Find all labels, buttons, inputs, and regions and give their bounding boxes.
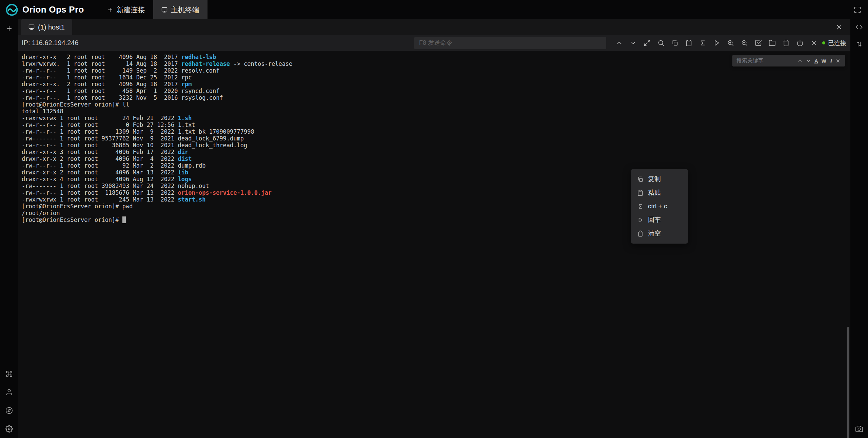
command-palette-button[interactable] (5, 370, 13, 378)
terminal-line: drwxr-xr-x 2 root root 4096 Mar 13 2022 … (22, 169, 850, 176)
copy-icon (671, 39, 678, 46)
settings-button[interactable] (5, 425, 13, 433)
left-sidebar-bottom (5, 370, 13, 433)
regex-button[interactable]: I (828, 57, 834, 64)
top-bar-right (852, 5, 868, 15)
user-button[interactable] (5, 388, 13, 396)
terminal-line: lrwxrwxrwx. 1 root root 14 Aug 18 2017 r… (22, 60, 850, 67)
search-icon (657, 39, 665, 46)
terminal-line: total 132548 (22, 108, 850, 115)
power-icon (796, 39, 804, 46)
menu-new-connection[interactable]: 新建连接 (99, 0, 153, 19)
paste-button[interactable] (685, 39, 693, 47)
chevron-down-icon (806, 58, 811, 63)
terminal-line: -rwxrwxrwx 1 root root 245 Mar 13 2022 s… (22, 196, 850, 203)
context-menu-enter[interactable]: 回车 (631, 213, 688, 227)
tab-host1[interactable]: (1) host1 (21, 19, 72, 35)
fullscreen-icon (854, 6, 861, 14)
plus-icon (107, 7, 113, 13)
context-menu: 复制 粘贴 ctrl + c 回车 (631, 169, 688, 244)
search-keyword-input[interactable] (736, 58, 796, 64)
compass-icon (5, 407, 13, 414)
scroll-up-button[interactable] (615, 39, 624, 47)
terminal[interactable]: drwxr-xr-x 2 root root 4096 Aug 18 2017 … (18, 51, 850, 438)
camera-icon (855, 425, 863, 433)
copy-icon (637, 176, 644, 183)
tab-bar: (1) host1 (18, 19, 850, 35)
context-menu-copy[interactable]: 复制 (631, 172, 688, 186)
code-view-button[interactable] (855, 23, 863, 31)
confirm-command-button[interactable] (754, 39, 763, 47)
search-button[interactable] (657, 39, 665, 47)
paste-icon (637, 190, 644, 196)
code-icon (855, 23, 863, 31)
app-title: Orion Ops Pro (22, 4, 84, 15)
terminal-line: -rw-r--r--. 1 root root 3232 Nov 5 2016 … (22, 94, 850, 101)
search-prev-button[interactable] (796, 57, 804, 64)
terminal-line: drwxr-xr-x 2 root root 4096 Mar 4 2022 d… (22, 155, 850, 162)
plus-icon (5, 25, 13, 32)
new-tab-button[interactable] (4, 23, 14, 34)
sigma-icon (637, 203, 644, 210)
screenshot-button[interactable] (855, 425, 863, 433)
trash-icon (637, 230, 644, 237)
close-all-tabs-button[interactable] (828, 23, 850, 31)
main-panel: (1) host1 IP: 116.62.194.246 (18, 19, 850, 438)
folder-icon (769, 39, 776, 46)
context-menu-copy-label: 复制 (648, 175, 661, 184)
close-icon (835, 23, 843, 31)
zoom-in-icon (727, 39, 734, 46)
context-menu-ctrl-c[interactable]: ctrl + c (631, 199, 688, 213)
terminal-line: drwxr-xr-x 4 root root 4096 Aug 12 2022 … (22, 176, 850, 183)
right-sidebar (850, 19, 868, 438)
match-case-button[interactable]: A (813, 57, 820, 64)
terminal-line: -rw-r--r-- 1 root root 36885 Nov 10 2021… (22, 142, 850, 149)
ctrl-c-button[interactable] (698, 39, 707, 47)
copy-button[interactable] (671, 39, 679, 47)
context-menu-paste[interactable]: 粘贴 (631, 186, 688, 199)
file-manager-button[interactable] (768, 39, 776, 47)
close-icon (810, 39, 817, 46)
chevron-down-icon (630, 39, 637, 46)
disconnect-button[interactable] (796, 39, 804, 47)
terminal-search-panel: A W I (732, 55, 845, 66)
close-terminal-button[interactable] (810, 39, 818, 47)
context-menu-ctrl-c-label: ctrl + c (648, 203, 667, 210)
gear-icon (5, 425, 13, 433)
scroll-down-button[interactable] (629, 39, 637, 47)
zoom-out-button[interactable] (740, 39, 749, 47)
check-square-icon (755, 39, 762, 46)
menu-host-terminal[interactable]: 主机终端 (153, 0, 208, 19)
search-next-button[interactable] (804, 57, 813, 64)
expand-terminal-button[interactable] (643, 39, 651, 47)
app-logo-icon (5, 3, 18, 16)
search-close-button[interactable] (834, 57, 842, 64)
left-sidebar (0, 19, 18, 438)
send-enter-button[interactable] (712, 39, 721, 47)
connection-status-badge: 已连接 (822, 39, 846, 47)
context-menu-enter-label: 回车 (648, 215, 661, 224)
status-dot (822, 41, 825, 44)
send-command-input[interactable] (414, 37, 606, 49)
terminal-line: [root@OrionEcsServer orion]# pwd (22, 203, 850, 210)
fullscreen-button[interactable] (852, 5, 863, 15)
app-root: Orion Ops Pro 新建连接 主机终端 (0, 0, 868, 438)
dashboard-button[interactable] (5, 407, 13, 414)
zoom-in-button[interactable] (726, 39, 735, 47)
whole-word-button[interactable]: W (820, 57, 828, 64)
scrollbar-thumb[interactable] (847, 327, 849, 438)
context-menu-clear[interactable]: 清空 (631, 227, 688, 240)
expand-icon (644, 39, 651, 46)
menu-new-connection-label: 新建连接 (117, 5, 145, 15)
terminal-line: -rw-r--r-- 1 root root 92 Mar 2 2022 dum… (22, 162, 850, 169)
terminal-icon (28, 24, 35, 30)
swap-panels-button[interactable] (855, 40, 863, 48)
sigma-icon (699, 39, 706, 46)
terminal-line: -rw-r--r-- 1 root root 149 Sep 2 2022 re… (22, 67, 850, 74)
clear-terminal-button[interactable] (782, 39, 790, 47)
terminal-line: -rw-r--r-- 1 root root 1309 Mar 9 2022 1… (22, 128, 850, 135)
trash-icon (783, 39, 790, 46)
app-brand: Orion Ops Pro (0, 3, 90, 16)
close-icon (835, 58, 841, 63)
terminal-line: -rw-r--r-- 1 root root 1634 Dec 25 2012 … (22, 74, 850, 81)
